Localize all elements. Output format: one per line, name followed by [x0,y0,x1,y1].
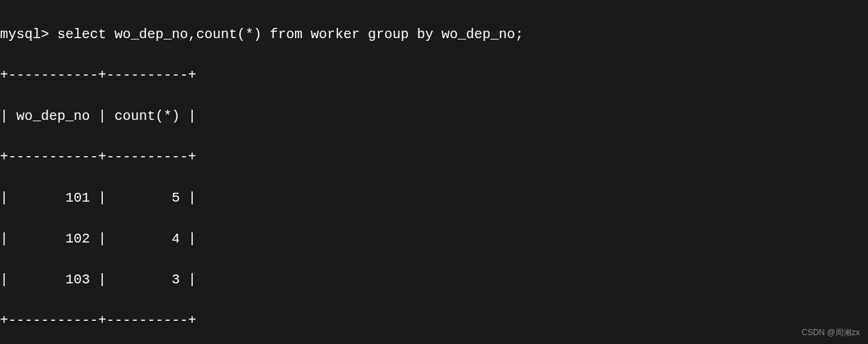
mysql-prompt[interactable]: mysql> [0,27,57,42]
table1-header: | wo_dep_no | count(*) | [0,106,868,127]
sql-query-1: select wo_dep_no,count(*) from worker gr… [57,27,523,42]
table1-row: | 102 | 4 | [0,229,868,249]
csdn-watermark: CSDN @周湘zx [801,326,860,339]
query1-line: mysql> select wo_dep_no,count(*) from wo… [0,25,868,45]
table1-row: | 101 | 5 | [0,188,868,208]
table1-row: | 103 | 3 | [0,270,868,290]
table1-border-bottom: +-----------+----------+ [0,311,868,331]
table1-border-mid: +-----------+----------+ [0,147,868,168]
table1-border-top: +-----------+----------+ [0,65,868,86]
terminal-output: mysql> select wo_dep_no,count(*) from wo… [0,4,868,344]
